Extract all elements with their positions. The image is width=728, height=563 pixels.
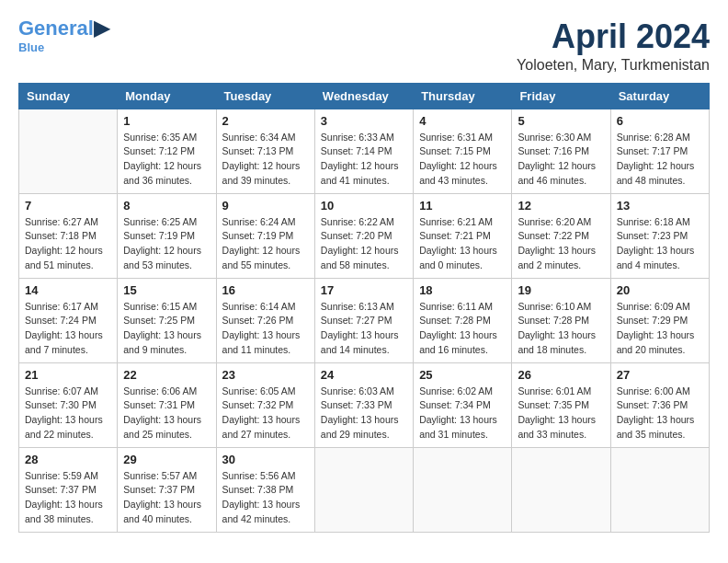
title-block: April 2024 Yoloeten, Mary, Turkmenistan [517, 18, 710, 74]
logo-blue: Blue [18, 40, 44, 54]
day-number: 3 [321, 114, 407, 128]
calendar-cell: 3Sunrise: 6:33 AMSunset: 7:14 PMDaylight… [314, 109, 413, 193]
calendar-cell: 28Sunrise: 5:59 AMSunset: 7:37 PMDayligh… [19, 447, 118, 532]
calendar-cell: 11Sunrise: 6:21 AMSunset: 7:21 PMDayligh… [414, 193, 512, 278]
page-header: General▶ Blue April 2024 Yoloeten, Mary,… [18, 18, 710, 74]
column-header-thursday: Thursday [414, 83, 512, 109]
column-header-sunday: Sunday [19, 83, 118, 109]
day-info: Sunrise: 6:24 AMSunset: 7:19 PMDaylight:… [222, 215, 309, 273]
calendar-cell: 7Sunrise: 6:27 AMSunset: 7:18 PMDaylight… [19, 193, 118, 278]
day-number: 7 [25, 199, 111, 213]
calendar-cell: 26Sunrise: 6:01 AMSunset: 7:35 PMDayligh… [512, 362, 610, 447]
day-info: Sunrise: 6:02 AMSunset: 7:34 PMDaylight:… [419, 385, 506, 442]
day-info: Sunrise: 6:06 AMSunset: 7:31 PMDaylight:… [123, 385, 210, 442]
day-number: 25 [419, 368, 506, 382]
day-info: Sunrise: 6:11 AMSunset: 7:28 PMDaylight:… [419, 300, 506, 358]
column-header-wednesday: Wednesday [314, 83, 413, 109]
calendar-cell: 30Sunrise: 5:56 AMSunset: 7:38 PMDayligh… [216, 447, 314, 532]
day-number: 6 [617, 114, 703, 128]
calendar-cell [314, 447, 413, 532]
calendar-cell: 8Sunrise: 6:25 AMSunset: 7:19 PMDaylight… [118, 193, 216, 278]
calendar-cell: 27Sunrise: 6:00 AMSunset: 7:36 PMDayligh… [610, 362, 709, 447]
day-info: Sunrise: 6:13 AMSunset: 7:27 PMDaylight:… [321, 300, 407, 358]
day-number: 15 [123, 283, 210, 297]
calendar-cell [19, 109, 118, 193]
day-info: Sunrise: 6:17 AMSunset: 7:24 PMDaylight:… [25, 300, 111, 358]
day-number: 1 [123, 114, 210, 128]
day-number: 14 [25, 283, 111, 297]
day-info: Sunrise: 6:20 AMSunset: 7:22 PMDaylight:… [518, 215, 604, 273]
calendar-cell: 9Sunrise: 6:24 AMSunset: 7:19 PMDaylight… [216, 193, 314, 278]
calendar-cell [414, 447, 512, 532]
day-info: Sunrise: 6:21 AMSunset: 7:21 PMDaylight:… [419, 215, 506, 273]
day-info: Sunrise: 6:28 AMSunset: 7:17 PMDaylight:… [617, 131, 703, 189]
calendar-cell: 21Sunrise: 6:07 AMSunset: 7:30 PMDayligh… [19, 362, 118, 447]
day-number: 17 [321, 283, 407, 297]
calendar-cell: 24Sunrise: 6:03 AMSunset: 7:33 PMDayligh… [314, 362, 413, 447]
column-header-friday: Friday [512, 83, 610, 109]
week-row-4: 21Sunrise: 6:07 AMSunset: 7:30 PMDayligh… [19, 362, 710, 447]
calendar-cell: 12Sunrise: 6:20 AMSunset: 7:22 PMDayligh… [512, 193, 610, 278]
day-info: Sunrise: 6:18 AMSunset: 7:23 PMDaylight:… [617, 215, 703, 273]
calendar-cell: 4Sunrise: 6:31 AMSunset: 7:15 PMDaylight… [414, 109, 512, 193]
calendar-cell: 22Sunrise: 6:06 AMSunset: 7:31 PMDayligh… [118, 362, 216, 447]
day-number: 21 [25, 368, 111, 382]
week-row-2: 7Sunrise: 6:27 AMSunset: 7:18 PMDaylight… [19, 193, 710, 278]
column-header-tuesday: Tuesday [216, 83, 314, 109]
column-header-monday: Monday [118, 83, 216, 109]
day-info: Sunrise: 6:05 AMSunset: 7:32 PMDaylight:… [222, 385, 309, 442]
day-number: 4 [419, 114, 506, 128]
day-info: Sunrise: 6:15 AMSunset: 7:25 PMDaylight:… [123, 300, 210, 358]
calendar-cell: 14Sunrise: 6:17 AMSunset: 7:24 PMDayligh… [19, 278, 118, 362]
month-year: April 2024 [517, 18, 710, 55]
day-info: Sunrise: 6:27 AMSunset: 7:18 PMDaylight:… [25, 215, 111, 273]
day-number: 11 [419, 199, 506, 213]
calendar-cell: 2Sunrise: 6:34 AMSunset: 7:13 PMDaylight… [216, 109, 314, 193]
day-number: 9 [222, 199, 309, 213]
calendar-cell: 1Sunrise: 6:35 AMSunset: 7:12 PMDaylight… [118, 109, 216, 193]
calendar-cell [610, 447, 709, 532]
calendar-cell: 19Sunrise: 6:10 AMSunset: 7:28 PMDayligh… [512, 278, 610, 362]
day-number: 27 [617, 368, 703, 382]
day-info: Sunrise: 6:07 AMSunset: 7:30 PMDaylight:… [25, 385, 111, 442]
logo-text: General▶ [18, 18, 109, 39]
day-info: Sunrise: 6:10 AMSunset: 7:28 PMDaylight:… [518, 300, 604, 358]
calendar-header-row: SundayMondayTuesdayWednesdayThursdayFrid… [19, 83, 710, 109]
column-header-saturday: Saturday [610, 83, 709, 109]
day-number: 29 [123, 453, 210, 466]
day-info: Sunrise: 6:31 AMSunset: 7:15 PMDaylight:… [419, 131, 506, 189]
day-info: Sunrise: 5:57 AMSunset: 7:37 PMDaylight:… [123, 469, 210, 527]
day-info: Sunrise: 5:59 AMSunset: 7:37 PMDaylight:… [25, 469, 111, 527]
day-info: Sunrise: 6:33 AMSunset: 7:14 PMDaylight:… [321, 131, 407, 189]
day-number: 19 [518, 283, 604, 297]
day-info: Sunrise: 6:30 AMSunset: 7:16 PMDaylight:… [518, 131, 604, 189]
day-number: 16 [222, 283, 309, 297]
day-number: 23 [222, 368, 309, 382]
day-info: Sunrise: 5:56 AMSunset: 7:38 PMDaylight:… [222, 469, 309, 527]
calendar-cell: 23Sunrise: 6:05 AMSunset: 7:32 PMDayligh… [216, 362, 314, 447]
day-number: 8 [123, 199, 210, 213]
location: Yoloeten, Mary, Turkmenistan [517, 57, 710, 74]
calendar-cell: 29Sunrise: 5:57 AMSunset: 7:37 PMDayligh… [118, 447, 216, 532]
calendar-cell: 5Sunrise: 6:30 AMSunset: 7:16 PMDaylight… [512, 109, 610, 193]
day-info: Sunrise: 6:34 AMSunset: 7:13 PMDaylight:… [222, 131, 309, 189]
day-number: 30 [222, 453, 309, 466]
day-number: 24 [321, 368, 407, 382]
calendar-cell: 16Sunrise: 6:14 AMSunset: 7:26 PMDayligh… [216, 278, 314, 362]
day-info: Sunrise: 6:14 AMSunset: 7:26 PMDaylight:… [222, 300, 309, 358]
day-info: Sunrise: 6:03 AMSunset: 7:33 PMDaylight:… [321, 385, 407, 442]
calendar-table: SundayMondayTuesdayWednesdayThursdayFrid… [18, 83, 710, 533]
day-number: 2 [222, 114, 309, 128]
day-number: 10 [321, 199, 407, 213]
day-info: Sunrise: 6:01 AMSunset: 7:35 PMDaylight:… [518, 385, 604, 442]
calendar-cell: 25Sunrise: 6:02 AMSunset: 7:34 PMDayligh… [414, 362, 512, 447]
calendar-cell: 17Sunrise: 6:13 AMSunset: 7:27 PMDayligh… [314, 278, 413, 362]
calendar-cell: 18Sunrise: 6:11 AMSunset: 7:28 PMDayligh… [414, 278, 512, 362]
day-info: Sunrise: 6:25 AMSunset: 7:19 PMDaylight:… [123, 215, 210, 273]
calendar-cell [512, 447, 610, 532]
logo: General▶ Blue [18, 18, 109, 54]
week-row-5: 28Sunrise: 5:59 AMSunset: 7:37 PMDayligh… [19, 447, 710, 532]
day-number: 28 [25, 453, 111, 466]
logo-general: General [18, 17, 94, 40]
day-info: Sunrise: 6:22 AMSunset: 7:20 PMDaylight:… [321, 215, 407, 273]
